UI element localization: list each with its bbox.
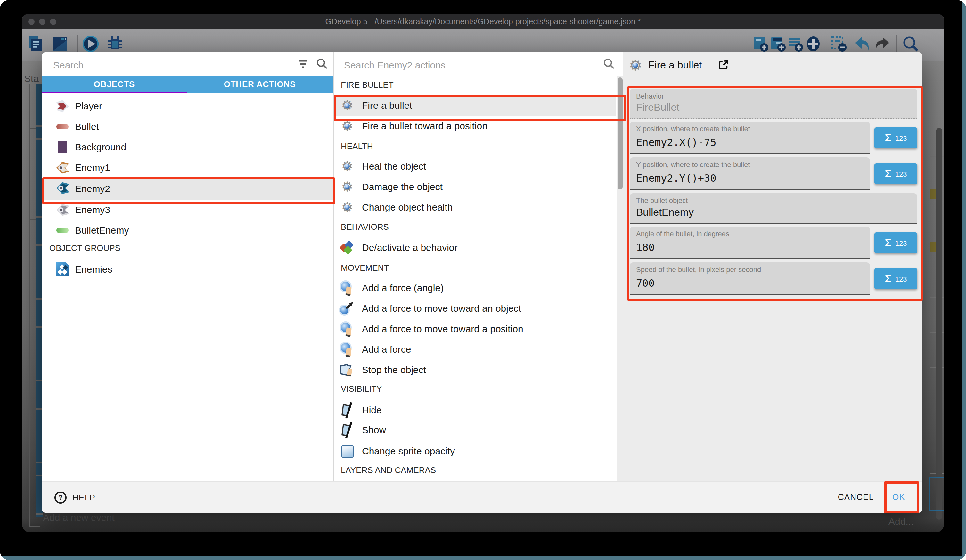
objects-search-input[interactable]	[52, 56, 266, 74]
expression-editor-button[interactable]: Σ 123	[874, 163, 917, 184]
open-in-new-icon[interactable]	[718, 59, 729, 71]
action-add-force[interactable]: Add a force	[334, 341, 616, 358]
toolbar-divider	[826, 35, 826, 52]
sigma-icon: Σ	[885, 272, 891, 285]
x-position-field[interactable]: X position, where to create the bullet E…	[630, 121, 870, 154]
action-hide[interactable]: Hide	[334, 402, 616, 419]
action-stop-object[interactable]: Stop the object	[334, 362, 616, 378]
filter-icon[interactable]	[297, 58, 309, 70]
undo-icon[interactable]	[853, 35, 871, 52]
scene-tab-partial-label: Sta	[25, 73, 39, 84]
action-heal-object[interactable]: Heal the object	[334, 158, 616, 175]
expression-editor-button[interactable]: Σ 123	[874, 233, 917, 254]
help-icon	[54, 491, 67, 503]
instruction-editor-dialog: OBJECTS OTHER ACTIONS Player Bullet Back…	[42, 52, 922, 512]
object-row-enemies-group[interactable]: Enemies	[42, 259, 333, 280]
gray-ship-icon	[56, 203, 70, 217]
object-row-enemy3[interactable]: Enemy3	[42, 200, 333, 220]
show-icon	[340, 423, 354, 437]
events-sheet-icon[interactable]	[27, 35, 44, 52]
add-force-icon	[340, 342, 354, 357]
speed-field[interactable]: Speed of the bullet, in pixels per secon…	[630, 262, 870, 295]
event-tree-line	[30, 85, 30, 526]
actions-scrollbar-thumb[interactable]	[618, 77, 623, 190]
dialog-footer: HELP CANCEL OK	[42, 481, 922, 513]
add-condition-icon[interactable]	[805, 35, 822, 52]
help-button[interactable]: HELP	[54, 490, 95, 505]
behavior-field: Behavior FireBullet	[630, 89, 917, 119]
action-show[interactable]: Show	[334, 422, 616, 439]
add-event-icon[interactable]	[752, 35, 769, 52]
gear-icon	[340, 119, 354, 133]
section-header: VISIBILITY	[341, 384, 382, 394]
hide-icon	[340, 403, 354, 417]
tab-objects[interactable]: OBJECTS	[42, 75, 187, 93]
desktop-edge	[961, 0, 966, 560]
bullet-object-field[interactable]: The bullet object BulletEnemy	[630, 193, 917, 224]
angle-field[interactable]: Angle of the bullet, in degrees 180	[630, 226, 870, 259]
cancel-button[interactable]: CANCEL	[830, 490, 881, 505]
add-more-button[interactable]: Add...	[889, 516, 913, 527]
tab-other-actions[interactable]: OTHER ACTIONS	[187, 75, 332, 93]
debug-icon[interactable]	[106, 35, 124, 52]
delete-event-icon[interactable]	[830, 35, 848, 52]
action-damage-object[interactable]: Damage the object	[334, 178, 616, 195]
gear-icon	[340, 98, 354, 113]
action-change-sprite-opacity[interactable]: Change sprite opacity	[334, 443, 616, 460]
ok-button[interactable]: OK	[887, 490, 910, 505]
object-row-background[interactable]: Background	[42, 137, 333, 157]
window-title: GDevelop 5 - /Users/dkarakay/Documents/G…	[22, 14, 944, 29]
screenshot-background: GDevelop 5 - /Users/dkarakay/Documents/G…	[0, 0, 966, 560]
redo-icon[interactable]	[874, 35, 891, 52]
y-position-field[interactable]: Y position, where to create the bullet E…	[630, 157, 870, 190]
search-icon[interactable]	[902, 35, 919, 52]
action-add-force-toward-object[interactable]: Add a force to move toward an object	[334, 300, 616, 317]
purple-square-icon	[56, 140, 70, 154]
add-subevent-icon[interactable]	[769, 35, 787, 52]
red-bullet-icon	[56, 120, 70, 134]
object-row-enemy1[interactable]: Enemy1	[42, 157, 333, 178]
action-add-force-toward-position[interactable]: Add a force to move toward a position	[334, 321, 616, 337]
expression-editor-button[interactable]: Σ 123	[874, 268, 917, 289]
action-fire-toward-position[interactable]: Fire a bullet toward a position	[334, 118, 616, 134]
objects-search-row	[42, 52, 333, 76]
desktop-edge-bottom	[0, 555, 966, 560]
orange-ship-icon	[56, 160, 70, 175]
scene-editor-icon[interactable]	[51, 35, 69, 52]
object-row-enemy2[interactable]: Enemy2	[42, 178, 333, 200]
section-header: FIRE BULLET	[341, 80, 394, 90]
gear-icon	[628, 57, 643, 73]
add-new-event-button[interactable]: Add a new event	[43, 512, 115, 523]
add-force-icon	[340, 281, 354, 295]
gear-icon	[340, 200, 354, 215]
action-deactivate-behavior[interactable]: De/activate a behavior	[334, 239, 616, 256]
instruction-title: Fire a bullet	[648, 59, 702, 71]
add-force-toward-object-icon	[340, 301, 354, 316]
sigma-icon: Σ	[885, 131, 891, 144]
object-groups-header: OBJECT GROUPS	[49, 243, 120, 253]
search-icon	[603, 57, 616, 70]
section-header: HEALTH	[341, 141, 373, 151]
expression-editor-button[interactable]: Σ 123	[874, 128, 917, 149]
action-add-force-angle[interactable]: Add a force (angle)	[334, 280, 616, 296]
search-icon	[316, 57, 329, 70]
active-tab-indicator	[42, 92, 187, 93]
tab-bar: OBJECTS OTHER ACTIONS	[42, 75, 333, 93]
action-change-object-health[interactable]: Change object health	[334, 199, 616, 216]
action-fire-a-bullet[interactable]: Fire a bullet	[334, 95, 616, 116]
section-header: MOVEMENT	[341, 263, 389, 273]
sigma-icon: Σ	[885, 167, 891, 180]
toolbar-divider	[77, 35, 77, 52]
titlebar: GDevelop 5 - /Users/dkarakay/Documents/G…	[22, 14, 944, 29]
play-icon[interactable]	[82, 35, 99, 52]
add-force-icon	[340, 322, 354, 336]
add-comment-icon[interactable]	[787, 35, 804, 52]
green-bullet-icon	[56, 223, 70, 237]
object-row-player[interactable]: Player	[42, 96, 333, 116]
section-header: BEHAVIORS	[341, 222, 389, 232]
actions-search-input[interactable]	[343, 56, 589, 74]
object-row-bulletenemy[interactable]: BulletEnemy	[42, 220, 333, 241]
gear-icon	[340, 159, 354, 174]
background-scrollbar[interactable]	[936, 128, 942, 520]
object-row-bullet[interactable]: Bullet	[42, 116, 333, 137]
